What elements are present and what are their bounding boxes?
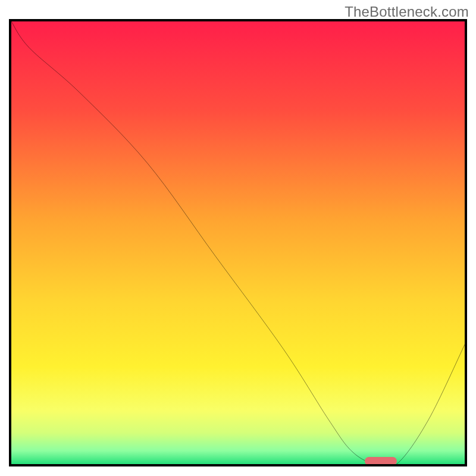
watermark-text: TheBottleneck.com xyxy=(345,4,469,20)
chart-frame: TheBottleneck.com xyxy=(0,0,476,476)
plot-area xyxy=(9,19,467,466)
bottleneck-curve xyxy=(11,21,465,464)
optimum-marker xyxy=(365,457,396,465)
